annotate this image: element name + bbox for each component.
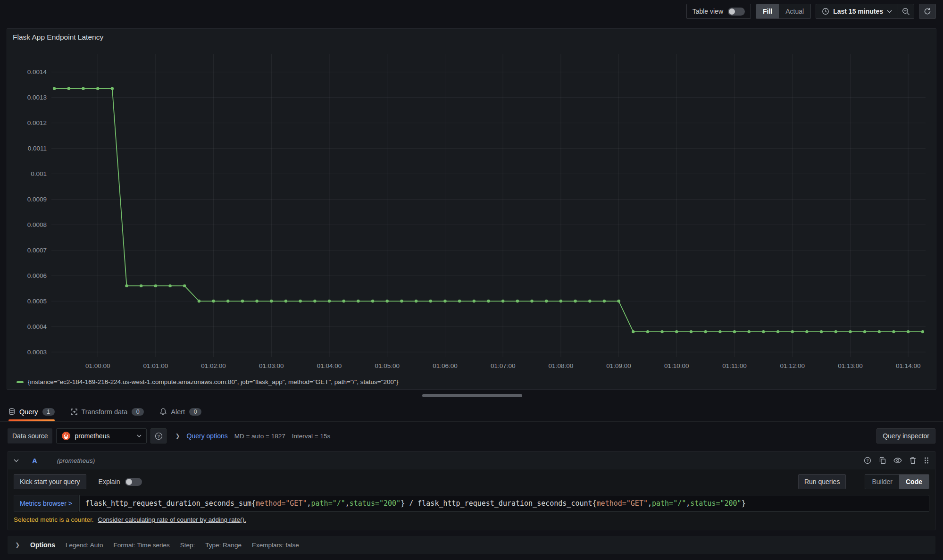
data-point[interactable] <box>198 300 200 302</box>
metrics-browser-button[interactable]: Metrics browser > <box>14 495 78 512</box>
data-point[interactable] <box>386 300 389 302</box>
data-point[interactable] <box>530 300 533 302</box>
data-point[interactable] <box>559 300 562 302</box>
promql-token: , <box>686 499 690 508</box>
data-point[interactable] <box>183 284 186 287</box>
data-point[interactable] <box>733 330 736 333</box>
delete-query-icon[interactable] <box>910 457 916 464</box>
data-point[interactable] <box>878 330 881 333</box>
promql-token: "/" <box>333 499 345 508</box>
data-point[interactable] <box>603 300 606 302</box>
tab-query[interactable]: Query 1 <box>8 402 55 421</box>
data-point[interactable] <box>67 87 70 90</box>
refresh-button[interactable] <box>919 4 936 19</box>
data-point[interactable] <box>284 300 287 302</box>
kick-start-query-button[interactable]: Kick start your query <box>14 474 86 489</box>
chart-area[interactable]: 0.00140.00130.00120.00110.0010.00090.000… <box>13 46 930 373</box>
data-point[interactable] <box>154 284 157 287</box>
query-options-link[interactable]: Query options <box>187 432 228 440</box>
data-point[interactable] <box>487 300 490 302</box>
data-point[interactable] <box>516 300 519 302</box>
data-point[interactable] <box>212 300 215 302</box>
data-point[interactable] <box>805 330 808 333</box>
data-point[interactable] <box>501 300 504 302</box>
data-point[interactable] <box>371 300 374 302</box>
latency-chart[interactable]: 0.00140.00130.00120.00110.0010.00090.000… <box>13 46 930 373</box>
data-point[interactable] <box>762 330 765 333</box>
data-point[interactable] <box>617 300 620 302</box>
data-point[interactable] <box>443 300 446 302</box>
warning-rate-link[interactable]: Consider calculating rate of counter by … <box>98 516 246 523</box>
data-point[interactable] <box>820 330 823 333</box>
data-point[interactable] <box>241 300 244 302</box>
data-point[interactable] <box>776 330 779 333</box>
query-help-icon[interactable]: ? <box>864 457 871 464</box>
data-point[interactable] <box>458 300 461 302</box>
promql-query-input[interactable]: flask_http_request_duration_seconds_sum{… <box>79 495 929 512</box>
data-point[interactable] <box>632 330 634 333</box>
data-point[interactable] <box>168 284 171 287</box>
explain-toggle[interactable] <box>125 478 142 486</box>
run-queries-button[interactable]: Run queries <box>798 474 846 489</box>
data-point[interactable] <box>921 330 924 333</box>
tab-transform-data[interactable]: Transform data 0 <box>71 402 144 421</box>
data-point[interactable] <box>545 300 548 302</box>
data-point[interactable] <box>690 330 693 333</box>
drag-handle-icon[interactable] <box>924 457 929 464</box>
data-point[interactable] <box>313 300 316 302</box>
option-summary-item: Format: Time series <box>114 542 170 549</box>
data-point[interactable] <box>748 330 751 333</box>
data-point[interactable] <box>96 87 99 90</box>
toggle-visibility-icon[interactable] <box>893 457 902 464</box>
data-point[interactable] <box>473 300 476 302</box>
data-point[interactable] <box>892 330 895 333</box>
fill-button[interactable]: Fill <box>756 4 779 18</box>
data-point[interactable] <box>675 330 678 333</box>
data-point[interactable] <box>357 300 359 302</box>
zoom-out-button[interactable] <box>898 4 914 18</box>
query-inspector-button[interactable]: Query inspector <box>876 428 935 443</box>
data-point[interactable] <box>299 300 302 302</box>
data-point[interactable] <box>907 330 910 333</box>
data-point[interactable] <box>415 300 417 302</box>
x-axis-tick-label: 01:00:00 <box>85 362 110 369</box>
collapse-chevron-icon[interactable] <box>14 459 19 462</box>
horizontal-scrollbar[interactable] <box>422 394 522 397</box>
chart-legend[interactable]: {instance="ec2-184-169-216-224.us-west-1… <box>17 378 398 385</box>
legend-series-label[interactable]: {instance="ec2-184-169-216-224.us-west-1… <box>28 378 398 385</box>
data-point[interactable] <box>574 300 576 302</box>
table-view-toggle[interactable] <box>728 8 745 16</box>
chevron-right-icon[interactable]: ❯ <box>15 542 20 548</box>
builder-button[interactable]: Builder <box>865 475 899 489</box>
data-point[interactable] <box>328 300 331 302</box>
data-point[interactable] <box>849 330 851 333</box>
data-point[interactable] <box>53 87 56 90</box>
query-options-summary-row[interactable]: ❯ Options Legend: AutoFormat: Time serie… <box>8 536 935 554</box>
data-point[interactable] <box>82 87 84 90</box>
data-point[interactable] <box>255 300 258 302</box>
tab-alert[interactable]: Alert 0 <box>160 402 201 421</box>
data-point[interactable] <box>111 87 114 90</box>
data-point[interactable] <box>704 330 707 333</box>
data-point[interactable] <box>400 300 403 302</box>
datasource-help-button[interactable]: ? <box>150 428 167 443</box>
data-point[interactable] <box>588 300 591 302</box>
data-point[interactable] <box>140 284 142 287</box>
data-point[interactable] <box>125 284 128 287</box>
data-point[interactable] <box>660 330 663 333</box>
duplicate-query-icon[interactable] <box>879 457 886 464</box>
data-point[interactable] <box>835 330 837 333</box>
time-range-picker[interactable]: Last 15 minutes <box>816 4 898 18</box>
query-row-header[interactable]: A (prometheus) ? <box>8 451 935 469</box>
data-point[interactable] <box>791 330 794 333</box>
data-point[interactable] <box>863 330 866 333</box>
data-point[interactable] <box>270 300 273 302</box>
data-point[interactable] <box>226 300 229 302</box>
datasource-select[interactable]: prometheus <box>56 428 147 443</box>
code-button[interactable]: Code <box>899 475 929 489</box>
data-point[interactable] <box>718 330 721 333</box>
actual-button[interactable]: Actual <box>779 4 810 18</box>
data-point[interactable] <box>342 300 345 302</box>
data-point[interactable] <box>429 300 432 302</box>
data-point[interactable] <box>646 330 649 333</box>
